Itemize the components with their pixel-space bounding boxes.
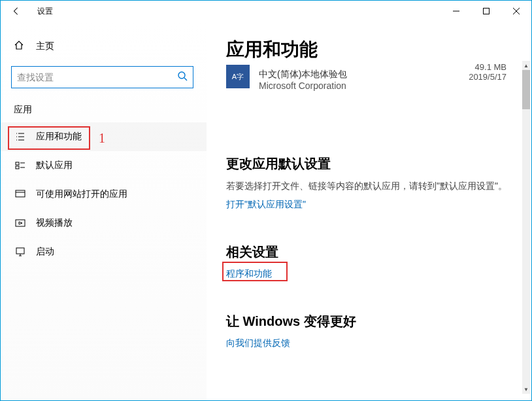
svg-point-4	[178, 72, 185, 78]
sidebar-item-label: 应用和功能	[36, 131, 82, 143]
annotation-marker-1: 1	[99, 131, 105, 146]
svg-rect-16	[16, 190, 25, 197]
titlebar: 设置	[1, 1, 531, 22]
sidebar: 主页 应用 应用和功能 默认应用	[1, 22, 207, 400]
list-icon	[14, 131, 27, 142]
sidebar-section-label: 应用	[1, 99, 207, 122]
scroll-thumb[interactable]	[522, 70, 530, 109]
section-desc: 若要选择打开文件、链接等内容的默认应用，请转到"默认应用设置"。	[226, 179, 512, 193]
feedback-link[interactable]: 向我们提供反馈	[226, 338, 290, 349]
sidebar-item-video-playback[interactable]: 视频播放	[1, 209, 207, 237]
app-size: 49.1 MB	[469, 62, 507, 72]
sidebar-item-label: 默认应用	[36, 160, 73, 171]
website-icon	[14, 189, 27, 200]
section-title: 更改应用默认设置	[226, 155, 512, 173]
back-button[interactable]	[6, 1, 27, 22]
sidebar-item-label: 可使用网站打开的应用	[36, 188, 127, 200]
app-icon: A字	[226, 65, 250, 88]
minimize-button[interactable]	[441, 1, 471, 22]
sidebar-item-apps-for-websites[interactable]: 可使用网站打开的应用	[1, 180, 207, 209]
app-publisher: Microsoft Corporation	[259, 80, 347, 91]
scroll-down-icon[interactable]: ▼	[522, 385, 530, 394]
window-title: 设置	[37, 6, 53, 17]
home-nav[interactable]: 主页	[1, 35, 207, 58]
home-label: 主页	[36, 41, 54, 52]
sidebar-item-label: 视频播放	[36, 217, 73, 229]
scroll-up-icon[interactable]: ▲	[522, 61, 530, 70]
app-meta: 49.1 MB 2019/5/17	[469, 62, 507, 82]
vertical-scrollbar[interactable]: ▲ ▼	[522, 61, 530, 394]
search-icon	[177, 71, 188, 84]
maximize-button[interactable]	[471, 1, 501, 22]
video-icon	[14, 218, 27, 228]
programs-features-link[interactable]: 程序和功能	[226, 268, 272, 280]
search-input[interactable]	[17, 72, 177, 82]
sidebar-item-startup[interactable]: 启动	[1, 237, 207, 266]
svg-rect-18	[16, 220, 25, 226]
app-list-item[interactable]: A字 中文(简体)本地体验包 Microsoft Corporation 49.…	[226, 66, 512, 96]
startup-icon	[14, 247, 27, 257]
section-title: 让 Windows 变得更好	[226, 313, 512, 330]
svg-rect-1	[484, 9, 490, 14]
svg-rect-13	[16, 166, 19, 169]
svg-rect-12	[16, 162, 19, 165]
sidebar-item-default-apps[interactable]: 默认应用	[1, 151, 207, 180]
app-date: 2019/5/17	[469, 72, 507, 82]
search-box[interactable]	[11, 66, 193, 88]
section-title: 相关设置	[226, 243, 512, 261]
feedback-section: 让 Windows 变得更好 向我们提供反馈	[226, 313, 512, 349]
change-defaults-section: 更改应用默认设置 若要选择打开文件、链接等内容的默认应用，请转到"默认应用设置"…	[226, 155, 512, 211]
window-controls	[441, 1, 531, 22]
related-settings-section: 相关设置 程序和功能 2	[226, 243, 512, 280]
defaults-icon	[14, 160, 27, 171]
sidebar-item-label: 启动	[36, 246, 54, 258]
close-button[interactable]	[501, 1, 531, 22]
app-name: 中文(简体)本地体验包	[259, 69, 347, 80]
main-content: 应用和功能 A字 中文(简体)本地体验包 Microsoft Corporati…	[207, 22, 531, 400]
svg-rect-19	[16, 248, 24, 254]
page-heading: 应用和功能	[226, 37, 512, 62]
open-default-apps-link[interactable]: 打开"默认应用设置"	[226, 199, 306, 211]
home-icon	[14, 40, 27, 53]
svg-line-5	[184, 78, 187, 80]
